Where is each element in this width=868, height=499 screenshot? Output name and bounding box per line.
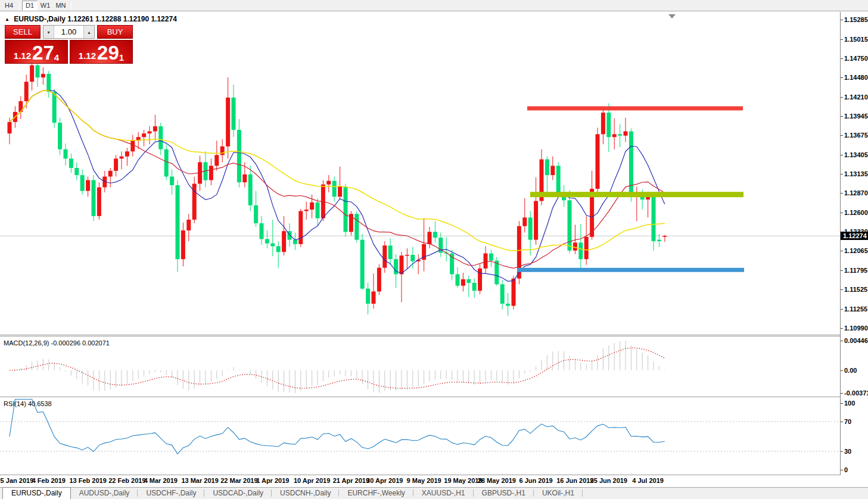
- macd-signal-line: [10, 348, 665, 388]
- candle-body: [232, 98, 236, 130]
- candle-body: [372, 291, 376, 304]
- buy-price-button[interactable]: 1.12 29 1: [70, 40, 133, 64]
- candle-body: [254, 205, 258, 223]
- date-axis-label: 13 Feb 2019: [69, 477, 106, 484]
- candle-body: [304, 210, 309, 211]
- rsi-axis-label: 30: [844, 448, 851, 455]
- timeframe-button-h4[interactable]: H4: [1, 1, 17, 11]
- macd-pane[interactable]: [0, 336, 840, 397]
- candle-body: [176, 185, 180, 259]
- rsi-pane[interactable]: [0, 397, 840, 475]
- candle-body: [181, 230, 185, 259]
- price-axis-label: 1.11255: [844, 305, 867, 313]
- timeframe-toolbar: H4D1W1MN: [0, 0, 868, 11]
- price-axis[interactable]: 1.152851.150151.147501.144801.142101.139…: [840, 12, 868, 475]
- sell-button[interactable]: SELL: [5, 25, 41, 39]
- volume-input[interactable]: [54, 26, 83, 38]
- chart-tab-eurchf[interactable]: EURCHF-,Weekly: [339, 488, 413, 499]
- chart-shift-marker-icon[interactable]: [668, 14, 676, 18]
- sell-price-button[interactable]: 1.12 27 4: [5, 40, 68, 64]
- candle-body: [130, 141, 135, 151]
- candle-body: [164, 149, 169, 177]
- date-axis-label: 4 Feb 2019: [32, 477, 66, 484]
- chart-tab-gbpusd[interactable]: GBPUSD-,H1: [474, 488, 534, 499]
- candle-body: [578, 242, 583, 259]
- rsi-line: [10, 400, 665, 454]
- resistance-line[interactable]: [527, 106, 743, 110]
- date-axis[interactable]: 25 Jan 20194 Feb 201913 Feb 201922 Feb 2…: [0, 475, 840, 487]
- candle-body: [606, 113, 611, 137]
- candle-body: [52, 92, 57, 123]
- price-axis-label: 1.12600: [844, 209, 868, 216]
- date-axis-label: 13 Mar 2019: [181, 477, 218, 484]
- candle-body: [270, 244, 275, 247]
- rsi-axis-label: 0: [844, 466, 848, 473]
- rsi-label: RSI(14) 40.6538: [4, 400, 52, 407]
- axis-tick: [841, 370, 843, 371]
- candle-body: [148, 132, 152, 134]
- chart-tab-usdchf[interactable]: USDCHF-,Daily: [138, 488, 204, 499]
- price-axis-label: 1.13405: [844, 151, 868, 158]
- candle-body: [186, 220, 191, 230]
- chart-tab-audusd[interactable]: AUDUSD-,Daily: [71, 488, 138, 499]
- candle-body: [450, 254, 454, 275]
- candle-body: [550, 166, 555, 175]
- date-axis-label: 10 Apr 2019: [294, 477, 330, 484]
- axis-tick: [841, 403, 843, 404]
- candle-body: [158, 126, 163, 149]
- mid-line[interactable]: [530, 192, 743, 197]
- sell-price-prefix: 1.12: [14, 50, 31, 62]
- collapse-icon[interactable]: ▲: [5, 17, 10, 22]
- candle-body: [657, 240, 661, 241]
- timeframe-button-d1[interactable]: D1: [22, 1, 38, 11]
- candle-body: [405, 255, 409, 256]
- candle-body: [36, 66, 40, 78]
- chart-tab-usdcnh[interactable]: USDCNH-,Daily: [272, 488, 339, 499]
- candle-body: [338, 186, 342, 197]
- date-axis-label: 6 Jun 2019: [519, 477, 552, 484]
- buy-price-main: 29: [97, 44, 119, 62]
- axis-tick: [841, 309, 843, 310]
- axis-tick: [841, 328, 843, 329]
- price-axis-label: 1.12870: [844, 189, 868, 197]
- candle-body: [24, 82, 29, 101]
- buy-button[interactable]: BUY: [97, 25, 133, 39]
- candle-body: [573, 242, 577, 250]
- candle-body: [388, 245, 393, 259]
- price-axis-label: 1.13675: [844, 132, 868, 139]
- chart-tab-usdcad[interactable]: USDCAD-,Daily: [204, 488, 272, 499]
- timeframe-button-mn[interactable]: MN: [53, 1, 69, 11]
- ma-slow-line: [10, 91, 665, 251]
- axis-tick: [841, 470, 843, 470]
- candle-body: [601, 113, 605, 134]
- date-axis-label: 1 Apr 2019: [256, 477, 289, 484]
- axis-tick: [841, 422, 843, 422]
- candle-body: [265, 239, 269, 243]
- volume-stepper: ▾ ▴: [43, 25, 95, 39]
- chart-title: ▲ EURUSD-,Daily 1.12261 1.12288 1.12190 …: [5, 15, 177, 23]
- volume-decrease-icon[interactable]: ▾: [43, 26, 54, 38]
- chart-tab-eurusd[interactable]: EURUSD-,Daily: [2, 487, 71, 499]
- candle-body: [209, 166, 213, 180]
- rsi-axis-label: 70: [844, 418, 851, 425]
- candle-body: [400, 255, 404, 274]
- buy-price-prefix: 1.12: [79, 50, 96, 62]
- axis-tick: [841, 289, 843, 290]
- candle-body: [568, 200, 572, 250]
- candle-body: [260, 223, 264, 239]
- candle-body: [466, 279, 471, 283]
- chart-tab-bar: EURUSD-,DailyAUDUSD-,DailyUSDCHF-,DailyU…: [0, 487, 868, 499]
- chart-tab-xauusd[interactable]: XAUUSD-,H1: [413, 488, 474, 499]
- candle-body: [522, 217, 527, 226]
- candle-body: [410, 255, 415, 261]
- candle-body: [584, 237, 589, 259]
- candle-body: [41, 74, 45, 77]
- date-axis-label: 22 Feb 2019: [108, 477, 145, 484]
- macd-axis-label: -0.003715: [844, 389, 868, 397]
- timeframe-button-w1[interactable]: W1: [38, 1, 53, 11]
- support-line[interactable]: [517, 268, 744, 272]
- candle-body: [153, 126, 157, 131]
- chart-tab-ukoil[interactable]: UKOil-,H1: [534, 488, 583, 499]
- candle-body: [125, 151, 129, 156]
- volume-increase-icon[interactable]: ▴: [83, 26, 94, 38]
